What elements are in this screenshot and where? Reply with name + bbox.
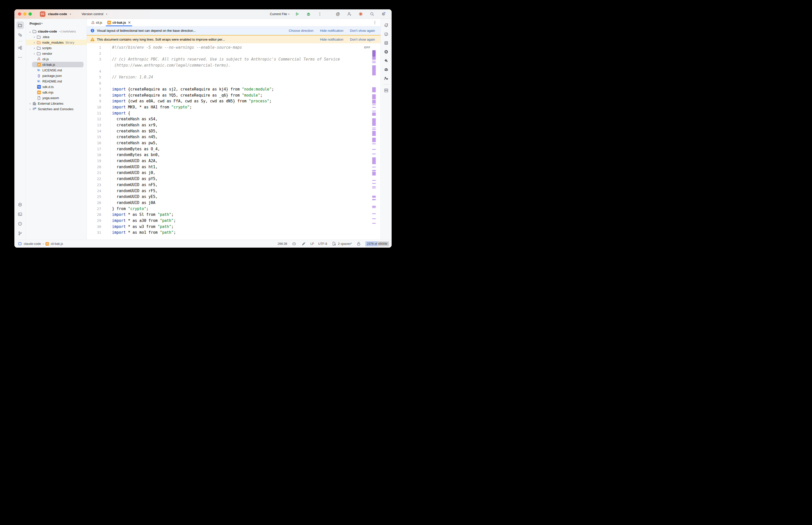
more-kebab-icon[interactable] [316, 10, 324, 18]
scrollbar-thumb[interactable] [372, 50, 375, 57]
project-folder-icon[interactable] [16, 21, 24, 29]
folder-excluded-icon [36, 40, 41, 45]
chevron-right-icon[interactable]: › [28, 107, 32, 111]
database-icon[interactable] [383, 39, 390, 47]
libraries-icon [32, 101, 36, 106]
indent-indicator[interactable]: 2 spaces* [331, 241, 352, 246]
code-editor[interactable]: 1234567891011121314151617181920212223242… [87, 43, 381, 240]
tree-item-scripts[interactable]: ›scripts [26, 45, 87, 51]
line-number: 22 [87, 176, 101, 182]
breadcrumb-file[interactable]: cli-bak.js [51, 242, 63, 245]
banner-action-link[interactable]: Hide notification [320, 29, 343, 32]
settings-gear-icon[interactable] [380, 10, 387, 18]
vcs-change-marker [372, 104, 376, 105]
code-with-me-icon[interactable] [383, 75, 390, 82]
claude-asterisk-icon[interactable] [357, 10, 364, 18]
tree-item-suffix: library [65, 41, 74, 44]
version-control-menu[interactable]: Version control [82, 12, 103, 16]
tree-item-yoga.wasm[interactable]: yoga.wasm [26, 95, 87, 101]
no-inspections-pen-icon[interactable] [301, 241, 306, 246]
breadcrumb-project[interactable]: claude-code [24, 242, 41, 245]
vcs-change-marker [372, 170, 376, 171]
user-plus-icon[interactable] [345, 10, 353, 18]
tree-item-Scratches and Consoles[interactable]: ›Scratches and Consoles [26, 106, 87, 112]
tree-item-vendor[interactable]: ›vendor [26, 51, 87, 56]
project-panel-title[interactable]: Project [30, 22, 41, 26]
chevron-right-icon[interactable]: › [32, 35, 36, 39]
editor-scrollbar[interactable] [372, 43, 376, 240]
unlock-icon[interactable] [356, 241, 361, 246]
code-line: randomUUID as pY5, [112, 176, 381, 182]
tree-item-node_modules[interactable]: ›node_moduleslibrary [26, 40, 87, 45]
memory-indicator[interactable]: 2376 of4900M [365, 241, 389, 246]
tree-item-claude-code[interactable]: ⌄claude-code~/.nvm/vers [26, 29, 87, 34]
zoom-window-button[interactable] [29, 12, 32, 16]
markdown-file-icon: M↓ [36, 69, 41, 72]
run-services-icon[interactable] [16, 201, 24, 208]
line-ending-indicator[interactable]: LF [310, 242, 314, 245]
ai-assistant-icon[interactable] [383, 31, 390, 38]
problems-icon[interactable] [16, 220, 24, 227]
tab-options-kebab-icon[interactable] [372, 20, 378, 26]
structure-icon[interactable] [16, 44, 24, 51]
inspections-off-label[interactable]: OFF [364, 45, 370, 51]
chevron-right-icon[interactable]: › [28, 102, 32, 105]
chevron-down-icon: ▾ [70, 13, 71, 15]
tree-item-README.md[interactable]: M↓README.md [26, 78, 87, 84]
tree-item-sdk.d.ts[interactable]: TSsdk.d.ts [26, 84, 87, 90]
chevron-right-icon[interactable]: › [32, 46, 36, 50]
vcs-change-marker [372, 131, 376, 136]
chevron-down-icon: ▾ [288, 13, 290, 15]
terminal-icon[interactable] [16, 210, 24, 218]
project-name-menu[interactable]: claude-code [48, 12, 67, 16]
encoding-indicator[interactable]: UTF-8 [318, 242, 327, 245]
chevron-right-icon[interactable]: › [32, 41, 36, 44]
at-mentions-icon[interactable]: @ [334, 10, 342, 18]
commit-review-icon[interactable] [16, 31, 24, 39]
git-branch-icon[interactable] [16, 229, 24, 237]
editor-tab-cli.js[interactable]: 100JScli.js [89, 19, 105, 26]
vcs-change-marker [372, 158, 376, 164]
code-line: // Version: 1.0.24 [112, 74, 381, 80]
tree-item-cli-bak.js[interactable]: JScli-bak.js [26, 62, 87, 67]
line-number: 10 [87, 104, 101, 110]
chevron-right-icon[interactable]: › [32, 52, 36, 56]
banner-action-link[interactable]: Don't show again [350, 29, 375, 32]
tree-item-External Libraries[interactable]: ›External Libraries [26, 101, 87, 106]
tree-item-label: node_modules [42, 41, 63, 44]
codex-icon[interactable] [383, 48, 390, 56]
run-configuration-selector[interactable]: Current File [270, 12, 287, 16]
banner-action-link[interactable]: Choose direction [289, 29, 314, 32]
more-icon[interactable] [16, 54, 24, 61]
caret-position[interactable]: 266:36 [278, 242, 287, 245]
tree-item-cli.js[interactable]: 100JScli.js [26, 56, 87, 62]
tree-item-LICENSE.md[interactable]: M↓LICENSE.md [26, 67, 87, 73]
minimize-window-button[interactable] [23, 12, 27, 16]
tree-item-label: .idea [42, 35, 49, 39]
markdown-m-icon[interactable] [383, 87, 390, 94]
tree-item-package.json[interactable]: {}package.json [26, 73, 87, 78]
close-window-button[interactable] [18, 12, 21, 16]
copilot-status-icon[interactable] [291, 241, 297, 246]
ide-window: CC claude-code ▾ Version control ▾ Curre… [14, 9, 392, 247]
run-play-icon[interactable] [293, 10, 301, 18]
code-line: randomUUID as A2A, [112, 158, 381, 164]
banner-action-link[interactable]: Don't show again [350, 38, 375, 41]
line-number: 12 [87, 116, 101, 122]
chevron-down-icon[interactable]: ⌄ [28, 30, 32, 33]
tree-item-sdk.mjs[interactable]: JSsdk.mjs [26, 90, 87, 95]
tree-item-.idea[interactable]: ›.idea [26, 34, 87, 40]
vcs-change-marker [372, 199, 376, 200]
editor-tab-cli-bak.js[interactable]: JScli-bak.js✕ [105, 19, 133, 26]
banner-action-link[interactable]: Hide notification [320, 38, 343, 41]
copilot-robot-icon[interactable] [383, 66, 390, 73]
close-tab-icon[interactable]: ✕ [128, 21, 131, 25]
notifications-bell-icon[interactable] [383, 22, 390, 29]
banner-message: This document contains very long lines. … [97, 38, 225, 41]
js-file-icon: JS [107, 21, 111, 25]
line-number: 8 [87, 92, 101, 99]
code-line: // (c) Anthropic PBC. All rights reserve… [112, 57, 381, 62]
search-icon[interactable] [368, 10, 376, 18]
plugin-plus-icon[interactable] [383, 57, 390, 64]
debug-bug-icon[interactable] [305, 10, 312, 18]
